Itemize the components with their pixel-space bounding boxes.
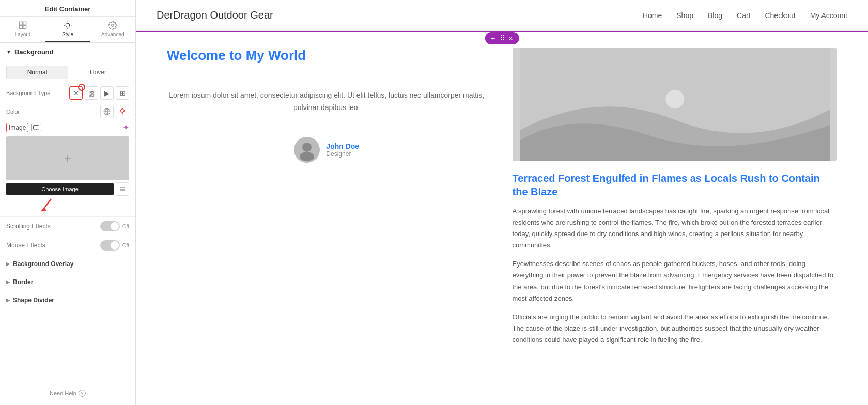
- svg-rect-3: [23, 26, 26, 29]
- color-row: Color: [0, 103, 135, 120]
- svg-point-16: [302, 143, 312, 152]
- state-tabs: Normal Hover: [6, 66, 129, 79]
- help-circle-icon[interactable]: ?: [79, 390, 86, 397]
- nav-home[interactable]: Home: [643, 11, 662, 20]
- state-tab-normal[interactable]: Normal: [7, 66, 68, 79]
- border-header[interactable]: ▶ Border: [0, 273, 135, 291]
- left-column: Welcome to My World Lorem ipsum dolor si…: [167, 48, 502, 353]
- bg-type-slideshow[interactable]: ⊞: [116, 86, 129, 100]
- color-picker[interactable]: [116, 105, 129, 118]
- nav-shop[interactable]: Shop: [676, 11, 693, 20]
- selected-indicator: [78, 84, 85, 91]
- tab-advanced[interactable]: Advanced: [90, 17, 135, 42]
- panel-title: Edit Container: [0, 0, 135, 17]
- choose-image-bar: Choose Image: [6, 182, 129, 196]
- svg-rect-1: [23, 22, 26, 25]
- right-column: Terraced Forest Engulfed in Flames as Lo…: [502, 48, 838, 353]
- shape-divider-header[interactable]: ▶ Shape Divider: [0, 291, 135, 309]
- svg-point-4: [66, 23, 70, 27]
- video-icon: ▶: [104, 89, 110, 97]
- toolbar-add-icon[interactable]: +: [491, 34, 495, 42]
- nav-links: Home Shop Blog Cart Checkout My Account: [643, 11, 847, 20]
- nav-checkout[interactable]: Checkout: [765, 11, 795, 20]
- border-arrow-icon: ▶: [6, 279, 10, 285]
- state-tab-hover[interactable]: Hover: [68, 66, 129, 79]
- image-label: Image: [6, 123, 28, 132]
- author-avatar: [294, 137, 320, 163]
- image-row: Image ✦: [0, 120, 135, 134]
- svg-rect-0: [19, 22, 22, 25]
- section-border: + ⠿ ×: [136, 31, 868, 32]
- image-label-container: Image: [6, 123, 119, 132]
- author-info: John Doe Designer: [326, 142, 359, 158]
- bg-type-icons: ✕ ▨ ▶ ⊞: [69, 86, 129, 100]
- choose-image-button[interactable]: Choose Image: [6, 183, 114, 195]
- mouse-effects-value: Off: [122, 243, 129, 248]
- top-nav: DerDragon Outdoor Gear Home Shop Blog Ca…: [136, 0, 868, 31]
- scrolling-effects-label: Scrolling Effects: [6, 223, 100, 230]
- need-help-row: Need Help ?: [0, 381, 135, 405]
- image-label-monitor-icon: [31, 124, 41, 131]
- background-overlay-section: ▶ Background Overlay: [0, 255, 135, 273]
- tab-layout[interactable]: Layout: [0, 17, 45, 42]
- toolbar-close-icon[interactable]: ×: [509, 34, 513, 42]
- svg-rect-7: [34, 125, 39, 129]
- floating-toolbar: + ⠿ ×: [485, 32, 519, 44]
- color-icons: [100, 105, 129, 118]
- shape-divider-label: Shape Divider: [13, 297, 54, 304]
- scrolling-effects-toggle[interactable]: [100, 221, 120, 231]
- background-arrow-icon: ▼: [6, 49, 11, 55]
- shape-divider-arrow-icon: ▶: [6, 298, 10, 303]
- scrolling-effects-value: Off: [122, 224, 129, 229]
- article-para-3: Officials are urging the public to remai…: [513, 311, 838, 346]
- panel-tabs: Layout Style Advanced: [0, 17, 135, 43]
- site-title: DerDragon Outdoor Gear: [157, 9, 643, 21]
- shape-divider-section: ▶ Shape Divider: [0, 291, 135, 309]
- scrolling-effects-row: Scrolling Effects Off: [0, 216, 135, 236]
- content-grid: Welcome to My World Lorem ipsum dolor si…: [136, 32, 868, 368]
- upload-plus-icon: +: [64, 151, 71, 166]
- background-label: Background: [14, 48, 54, 56]
- color-global[interactable]: [100, 105, 114, 118]
- nav-cart[interactable]: Cart: [737, 11, 750, 20]
- bg-type-gradient[interactable]: ▨: [85, 86, 98, 100]
- nav-blog[interactable]: Blog: [708, 11, 722, 20]
- toolbar-move-icon[interactable]: ⠿: [500, 34, 505, 42]
- mouse-effects-toggle[interactable]: [100, 240, 120, 251]
- list-icon-button[interactable]: [116, 182, 129, 196]
- author-name: John Doe: [326, 142, 359, 150]
- article-image: [513, 48, 838, 161]
- bg-type-label: Background Type: [6, 90, 66, 96]
- gradient-icon: ▨: [88, 89, 95, 97]
- main-area: + ⠿ × Welcome to My World Lorem ipsum do…: [136, 31, 868, 405]
- slideshow-icon: ⊞: [120, 89, 126, 97]
- svg-marker-11: [41, 207, 46, 211]
- article-body: A sprawling forest with unique terraced …: [513, 206, 838, 346]
- author-role: Designer: [326, 150, 359, 158]
- nav-my-account[interactable]: My Account: [810, 11, 847, 20]
- background-overlay-label: Background Overlay: [13, 260, 73, 268]
- svg-line-10: [43, 199, 51, 209]
- tab-style[interactable]: Style: [45, 17, 90, 42]
- overlay-arrow-icon: ▶: [6, 261, 10, 267]
- image-magic-icon: ✦: [122, 122, 129, 132]
- bg-type-video[interactable]: ▶: [100, 86, 114, 100]
- svg-point-17: [300, 152, 314, 161]
- bg-type-classic[interactable]: ✕: [69, 86, 83, 100]
- article-para-1: A sprawling forest with unique terraced …: [513, 206, 838, 251]
- color-label: Color: [6, 108, 97, 115]
- image-upload-area[interactable]: +: [6, 136, 129, 180]
- left-panel: Edit Container Layout Style Advanced ▼ B…: [0, 0, 136, 405]
- lorem-text: Lorem ipsum dolor sit amet, consectetur …: [167, 79, 487, 124]
- mouse-effects-row: Mouse Effects Off: [0, 236, 135, 255]
- welcome-title: Welcome to My World: [167, 48, 487, 64]
- author-row: John Doe Designer: [167, 137, 487, 163]
- border-section: ▶ Border: [0, 273, 135, 291]
- svg-point-20: [665, 90, 684, 108]
- article-para-2: Eyewitnesses describe scenes of chaos as…: [513, 258, 838, 304]
- background-section-header[interactable]: ▼ Background: [0, 43, 135, 61]
- border-label: Border: [13, 278, 33, 286]
- svg-rect-2: [19, 26, 22, 29]
- background-overlay-header[interactable]: ▶ Background Overlay: [0, 255, 135, 273]
- bg-type-row: Background Type ✕ ▨ ▶ ⊞: [0, 83, 135, 103]
